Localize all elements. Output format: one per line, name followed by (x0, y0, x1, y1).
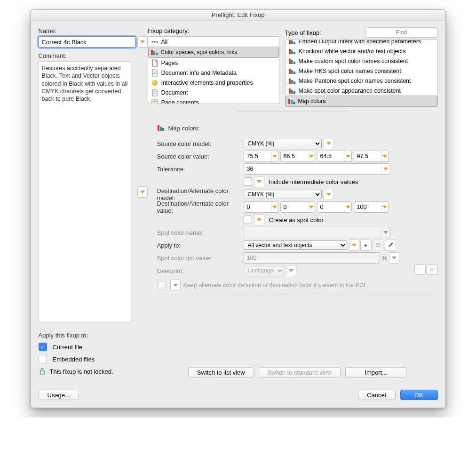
spot-create-label: Create as spot color (269, 216, 324, 224)
chevron-down-icon (289, 269, 294, 272)
svg-rect-18 (294, 42, 295, 44)
embedded-files-checkbox[interactable] (39, 355, 47, 363)
category-label: Interactive elements and properties (161, 80, 253, 86)
ok-button[interactable]: OK (400, 390, 438, 400)
category-item[interactable]: Color spaces, spot colors, inks (148, 47, 279, 58)
dest-value-0-var-button[interactable] (271, 202, 278, 212)
chevron-down-icon (346, 155, 350, 158)
category-icon (151, 89, 159, 96)
fixup-item[interactable]: Map colors (286, 96, 437, 107)
source-value-label: Source color value: (157, 153, 244, 160)
source-value-1-var-button[interactable] (308, 151, 315, 161)
keep-alt-var-button[interactable] (170, 280, 181, 291)
dest-value-1[interactable] (280, 201, 315, 213)
svg-rect-39 (162, 128, 164, 131)
fixup-type-label: Type of fixup: (285, 29, 321, 36)
spot-create-checkbox[interactable] (244, 216, 252, 224)
svg-rect-30 (294, 81, 295, 84)
category-item[interactable]: All (148, 37, 279, 47)
category-label: Color spaces, spot colors, inks (161, 49, 238, 56)
source-value-3-var-button[interactable] (381, 151, 388, 161)
source-value-3[interactable] (354, 151, 389, 162)
apply-to-label: Apply this fixup to: (39, 332, 148, 339)
comment-textarea[interactable]: Restores accidently separated Black. Tex… (39, 61, 131, 322)
overprint-var-button[interactable] (286, 265, 296, 276)
name-dropdown-button[interactable] (137, 36, 148, 48)
category-item[interactable]: Document info and Metadata (148, 68, 279, 78)
keep-alt-label: Keep alternate color definition of desti… (183, 282, 367, 289)
dest-value-3-var-button[interactable] (381, 202, 388, 212)
category-item[interactable]: Page contents (148, 97, 279, 104)
fixup-item[interactable]: Embed Output Intent with specified param… (286, 40, 437, 46)
svg-rect-16 (289, 40, 291, 44)
fixup-item[interactable]: Make Pantone spot color names consistent (286, 76, 437, 86)
svg-rect-21 (294, 52, 295, 54)
usage-button[interactable]: Usage... (39, 390, 79, 400)
category-item[interactable]: Pages (148, 58, 279, 68)
dest-model-select[interactable]: CMYK (%) (244, 190, 322, 199)
fixup-item[interactable]: Make spot color appearance consistent (286, 86, 437, 96)
fixup-type-list[interactable]: Embed Output Intent with specified param… (285, 40, 438, 107)
source-value-2[interactable] (317, 151, 352, 162)
source-value-2-var-button[interactable] (345, 151, 351, 161)
tolerance-label: Tolerance: (157, 166, 244, 173)
spot-create-var-button[interactable] (254, 214, 264, 225)
splitter-handle[interactable] (148, 109, 438, 114)
source-value-0[interactable] (244, 151, 278, 162)
switch-list-button[interactable]: Switch to list view (188, 367, 254, 377)
source-value-1[interactable] (280, 151, 315, 162)
tint-input (244, 252, 380, 264)
tolerance-input[interactable] (244, 163, 390, 175)
svg-rect-27 (294, 72, 295, 74)
dest-value-3[interactable] (354, 201, 389, 213)
current-file-checkbox[interactable]: ✓ (39, 343, 47, 351)
svg-point-9 (152, 80, 158, 86)
find-input[interactable] (365, 27, 438, 38)
intermediate-checkbox[interactable] (244, 177, 252, 186)
fixup-category-list[interactable]: AllColor spaces, spot colors, inksPagesD… (148, 36, 279, 104)
dest-value-0[interactable] (244, 201, 278, 213)
chevron-down-icon (257, 180, 262, 183)
svg-point-1 (151, 41, 153, 42)
svg-rect-31 (289, 88, 291, 94)
spot-name-var-button[interactable] (381, 227, 390, 238)
fixup-item[interactable]: Knockout white vector and/or text object… (286, 46, 437, 56)
intermediate-var-button[interactable] (254, 176, 264, 187)
dest-value-2-var-button[interactable] (345, 202, 351, 212)
fixup-item[interactable]: Make HKS spot color names consistent (286, 66, 437, 76)
svg-rect-28 (289, 79, 291, 84)
category-label: Document info and Metadata (161, 70, 237, 76)
name-input[interactable] (39, 36, 135, 48)
category-item[interactable]: Interactive elements and properties (148, 78, 279, 88)
category-item[interactable]: Document (148, 88, 279, 97)
svg-rect-25 (289, 69, 291, 74)
apply-to-select[interactable]: All vector and text objects (244, 241, 347, 250)
svg-rect-38 (160, 127, 162, 131)
chevron-down-icon (352, 244, 357, 247)
dest-value-2[interactable] (317, 201, 352, 213)
cancel-button[interactable]: Cancel (358, 390, 396, 400)
fixup-item[interactable]: Make custom spot color names consistent (286, 56, 437, 66)
comment-dropdown-button[interactable] (137, 186, 148, 198)
check-config-button[interactable] (373, 240, 384, 251)
tolerance-var-button[interactable] (381, 164, 390, 174)
tint-var-button[interactable] (389, 252, 399, 264)
dest-value-1-var-button[interactable] (308, 202, 315, 212)
dest-model-var-button[interactable] (324, 189, 334, 200)
svg-rect-22 (289, 59, 291, 64)
source-model-select[interactable]: CMYK (%) (244, 139, 322, 148)
dialog-window: Preflight: Edit Fixup Name: Comment: Res… (31, 9, 446, 408)
section-heading: Map colors: (168, 125, 200, 132)
source-value-0-var-button[interactable] (271, 151, 278, 161)
import-button[interactable]: Import... (345, 367, 406, 377)
apply-to-var-button[interactable] (349, 240, 359, 251)
chevron-down-icon (326, 193, 331, 196)
add-check-button[interactable]: + (360, 240, 372, 251)
svg-rect-33 (294, 91, 295, 94)
eyedropper-button[interactable] (385, 240, 396, 251)
category-icon (151, 59, 159, 67)
source-model-var-button[interactable] (324, 138, 334, 149)
add-mapping-button[interactable]: + (427, 265, 438, 275)
fixup-category-label: Fixup category: (148, 27, 190, 34)
remove-mapping-button[interactable]: − (414, 265, 426, 275)
